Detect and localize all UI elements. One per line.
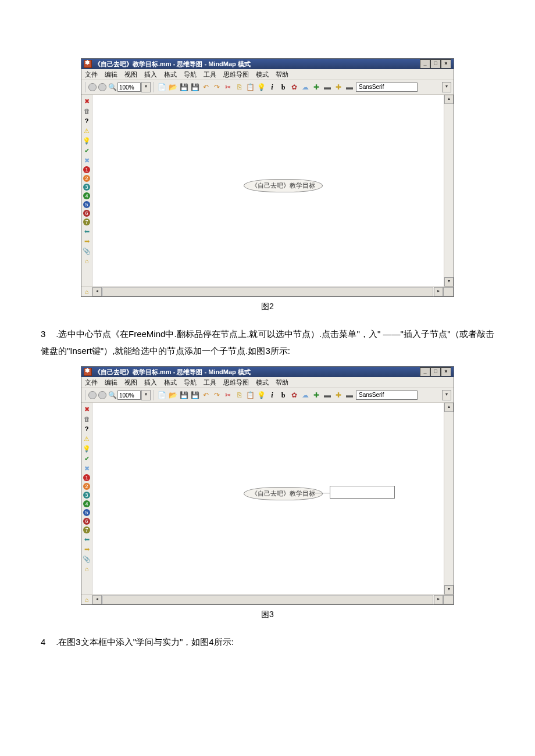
icon-priority1[interactable]: 1	[83, 166, 90, 173]
undo-icon[interactable]: ↶	[201, 83, 211, 92]
icon-arrow-left[interactable]: ⬅	[83, 227, 91, 235]
zoom-input[interactable]	[117, 390, 141, 400]
icon-priority4[interactable]: 4	[83, 192, 90, 199]
minus-icon[interactable]: ▬	[323, 390, 332, 400]
vertical-scrollbar[interactable]: ▴ ▾	[444, 95, 454, 286]
scroll-up-button[interactable]: ▴	[444, 95, 454, 104]
redo-icon[interactable]: ↷	[212, 83, 222, 92]
idea-icon[interactable]: 💡	[256, 390, 266, 400]
icon-check[interactable]: ✔	[83, 146, 91, 155]
icon-priority6[interactable]: 6	[83, 210, 90, 217]
icon-trash[interactable]: 🗑	[83, 107, 91, 115]
menu-format[interactable]: 格式	[164, 378, 177, 387]
icon-home-bottom[interactable]: ⌂	[81, 595, 92, 604]
menu-mindmap[interactable]: 思维导图	[223, 70, 249, 79]
nav-forward-button[interactable]	[98, 391, 106, 399]
menu-mindmap[interactable]: 思维导图	[223, 378, 249, 387]
icon-remove[interactable]: ✖	[83, 405, 91, 413]
save-icon[interactable]: 💾	[179, 390, 188, 400]
cut-icon[interactable]: ✂	[223, 390, 233, 400]
icon-bulb[interactable]: 💡	[83, 137, 91, 145]
font-name-field[interactable]: SansSerif	[356, 83, 418, 92]
maximize-button[interactable]: □	[430, 59, 441, 69]
link-icon[interactable]: ✿	[290, 83, 299, 92]
close-button[interactable]: ×	[441, 59, 451, 69]
icon-priority3[interactable]: 3	[83, 184, 90, 191]
icon-home[interactable]: ⌂	[83, 257, 91, 265]
menu-help[interactable]: 帮助	[276, 378, 288, 387]
minus2-icon[interactable]: ▬	[345, 390, 354, 400]
minus-icon[interactable]: ▬	[323, 83, 332, 92]
font-name-field[interactable]: SansSerif	[356, 390, 418, 400]
icon-cross[interactable]: ✖	[83, 156, 91, 164]
menu-edit[interactable]: 编辑	[105, 70, 117, 79]
font-dropdown[interactable]: ▾	[442, 82, 451, 92]
redo-icon[interactable]: ↷	[212, 390, 222, 400]
minimize-button[interactable]: _	[420, 367, 430, 377]
root-node[interactable]: 《自己去吧》教学目标	[244, 487, 323, 500]
scroll-right-button[interactable]: ▸	[434, 595, 443, 604]
zoom-dropdown[interactable]: ▾	[141, 82, 151, 92]
nav-back-button[interactable]	[88, 83, 97, 91]
menu-navigate[interactable]: 导航	[184, 70, 197, 79]
new-file-icon[interactable]: 📄	[157, 390, 166, 400]
icon-arrow-right[interactable]: ➡	[83, 545, 91, 553]
icon-home[interactable]: ⌂	[83, 565, 91, 573]
icon-remove[interactable]: ✖	[83, 97, 91, 105]
icon-check[interactable]: ✔	[83, 454, 91, 463]
menu-view[interactable]: 视图	[124, 70, 137, 79]
menu-tools[interactable]: 工具	[204, 70, 216, 79]
scroll-down-button[interactable]: ▾	[444, 585, 454, 594]
scroll-left-button[interactable]: ◂	[92, 595, 102, 604]
icon-arrow-right[interactable]: ➡	[83, 237, 91, 245]
icon-priority3[interactable]: 3	[83, 492, 90, 499]
paste-icon[interactable]: 📋	[245, 83, 255, 92]
zoom-input[interactable]	[117, 83, 141, 92]
menu-mode[interactable]: 模式	[256, 378, 269, 387]
menu-file[interactable]: 文件	[85, 378, 98, 387]
icon-priority2[interactable]: 2	[83, 483, 90, 490]
menu-navigate[interactable]: 导航	[184, 378, 197, 387]
add-yellow-icon[interactable]: ✚	[334, 390, 343, 400]
scroll-left-button[interactable]: ◂	[92, 287, 102, 296]
icon-bulb[interactable]: 💡	[83, 445, 91, 453]
nav-back-button[interactable]	[88, 391, 97, 399]
scroll-right-button[interactable]: ▸	[434, 287, 443, 296]
scroll-down-button[interactable]: ▾	[444, 277, 454, 286]
zoom-dropdown[interactable]: ▾	[141, 390, 151, 400]
icon-home-bottom[interactable]: ⌂	[81, 287, 92, 296]
menu-insert[interactable]: 插入	[144, 70, 157, 79]
menu-tools[interactable]: 工具	[204, 378, 216, 387]
font-dropdown[interactable]: ▾	[442, 390, 451, 400]
paste-icon[interactable]: 📋	[245, 390, 255, 400]
save-as-icon[interactable]: 💾	[190, 83, 199, 92]
icon-warning[interactable]: ⚠	[83, 435, 91, 443]
add-green-icon[interactable]: ✚	[312, 83, 321, 92]
copy-icon[interactable]: ⎘	[234, 390, 244, 400]
menu-file[interactable]: 文件	[85, 70, 98, 79]
menu-edit[interactable]: 编辑	[105, 378, 117, 387]
idea-icon[interactable]: 💡	[256, 83, 266, 92]
cloud-icon[interactable]: ☁	[301, 390, 310, 400]
icon-priority1[interactable]: 1	[83, 474, 90, 481]
italic-icon[interactable]: i	[268, 390, 277, 400]
canvas[interactable]: 《自己去吧》教学目标	[92, 403, 444, 594]
undo-icon[interactable]: ↶	[201, 390, 211, 400]
icon-cross[interactable]: ✖	[83, 464, 91, 472]
icon-priority5[interactable]: 5	[83, 201, 90, 208]
icon-attach[interactable]: 📎	[83, 555, 91, 563]
save-as-icon[interactable]: 💾	[190, 390, 199, 400]
maximize-button[interactable]: □	[430, 367, 441, 377]
root-node[interactable]: 《自己去吧》教学目标	[244, 179, 323, 192]
nav-forward-button[interactable]	[98, 83, 106, 91]
icon-question[interactable]: ?	[83, 117, 91, 125]
icon-attach[interactable]: 📎	[83, 247, 91, 255]
open-file-icon[interactable]: 📂	[168, 390, 177, 400]
bold-icon[interactable]: b	[279, 83, 288, 92]
menu-insert[interactable]: 插入	[144, 378, 157, 387]
canvas[interactable]: 《自己去吧》教学目标	[92, 95, 444, 286]
bold-icon[interactable]: b	[279, 390, 288, 400]
menu-format[interactable]: 格式	[164, 70, 177, 79]
italic-icon[interactable]: i	[268, 83, 277, 92]
horizontal-scrollbar[interactable]: ◂ ▸	[92, 595, 454, 604]
